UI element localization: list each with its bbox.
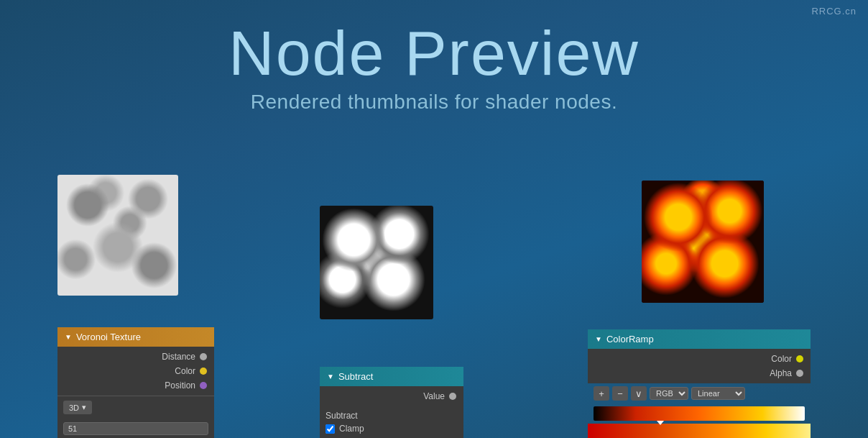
colorramp-node-body: Color Alpha — [588, 349, 811, 383]
colorramp-thumbnail — [642, 181, 764, 303]
socket-dot-value — [449, 393, 456, 400]
voronoi-node-title: Voronoi Texture — [76, 332, 141, 342]
colorramp-controls: + − ∨ RGB HSV Linear Ease Constant — [588, 383, 811, 403]
arrow-button[interactable]: ∨ — [631, 386, 647, 401]
collapse-icon[interactable]: ▼ — [65, 333, 72, 341]
colorramp-bottom-bar — [588, 424, 811, 438]
colorramp-node-header[interactable]: ▼ ColorRamp — [588, 329, 811, 349]
colorramp-node-panel: ▼ ColorRamp Color Alpha + − ∨ RGB HSV Li… — [588, 329, 811, 438]
add-stop-button[interactable]: + — [594, 386, 609, 401]
socket-dot-color — [200, 368, 207, 375]
voronoi-node-panel: ▼ Voronoi Texture Distance Color Positio… — [57, 327, 214, 438]
voronoi-node-header[interactable]: ▼ Voronoi Texture — [57, 327, 214, 347]
voronoi-input-row — [57, 419, 214, 438]
main-title: Node Preview — [0, 22, 868, 85]
socket-row-alpha: Alpha — [588, 366, 811, 380]
subtract-label-row: Subtract — [326, 409, 458, 422]
clamp-checkbox[interactable] — [326, 424, 335, 434]
socket-label-color: Color — [175, 366, 195, 376]
socket-row-color: Color — [57, 364, 214, 378]
voronoi-thumbnail — [57, 175, 178, 296]
subtitle: Rendered thumbnails for shader nodes. — [0, 91, 868, 114]
socket-row-position: Position — [57, 378, 214, 393]
socket-dot-position — [200, 382, 207, 389]
socket-dot-alpha — [796, 370, 803, 377]
socket-label-position: Position — [165, 380, 195, 391]
interpolation-select[interactable]: Linear Ease Constant — [691, 387, 745, 400]
socket-row-distance: Distance — [57, 350, 214, 364]
socket-label-value: Value — [423, 391, 445, 401]
watermark: RRCG.cn — [811, 6, 857, 17]
socket-dot-color-out — [796, 355, 803, 362]
subtract-text: Subtract — [326, 411, 358, 421]
voronoi-node-footer: 3D ▾ — [57, 396, 214, 419]
color-mode-select[interactable]: RGB HSV — [650, 387, 688, 400]
subtract-thumbnail — [320, 206, 433, 319]
socket-row-color-out: Color — [588, 352, 811, 366]
subtract-rows: Subtract Clamp — [320, 406, 463, 438]
socket-label-color-out: Color — [771, 354, 792, 364]
socket-row-value: Value — [320, 389, 463, 403]
title-area: Node Preview Rendered thumbnails for sha… — [0, 0, 868, 114]
scene-wrapper: RRCG.cn Node Preview Rendered thumbnails… — [0, 0, 868, 438]
remove-stop-button[interactable]: − — [612, 386, 628, 401]
voronoi-dimension-label: 3D — [69, 403, 79, 412]
voronoi-dimension-dropdown[interactable]: 3D ▾ — [63, 401, 92, 414]
clamp-label: Clamp — [339, 424, 364, 434]
subtract-collapse-icon[interactable]: ▼ — [327, 373, 334, 380]
clamp-row: Clamp — [326, 422, 458, 435]
subtract-node-header[interactable]: ▼ Subtract — [320, 367, 463, 386]
subtract-node-title: Subtract — [338, 371, 373, 382]
subtract-node-panel: ▼ Subtract Value Subtract Clamp — [320, 367, 463, 438]
socket-label-distance: Distance — [162, 352, 195, 362]
socket-dot-distance — [200, 353, 207, 360]
gradient-bar[interactable] — [594, 406, 805, 421]
colorramp-collapse-icon[interactable]: ▼ — [595, 335, 602, 343]
chevron-down-icon: ▾ — [82, 403, 86, 412]
socket-label-alpha: Alpha — [770, 368, 792, 378]
subtract-node-body: Value — [320, 386, 463, 406]
watermark-text: RRCG.cn — [811, 6, 857, 17]
voronoi-node-body: Distance Color Position — [57, 347, 214, 396]
colorramp-node-title: ColorRamp — [606, 334, 654, 345]
voronoi-value-input[interactable] — [63, 422, 208, 435]
